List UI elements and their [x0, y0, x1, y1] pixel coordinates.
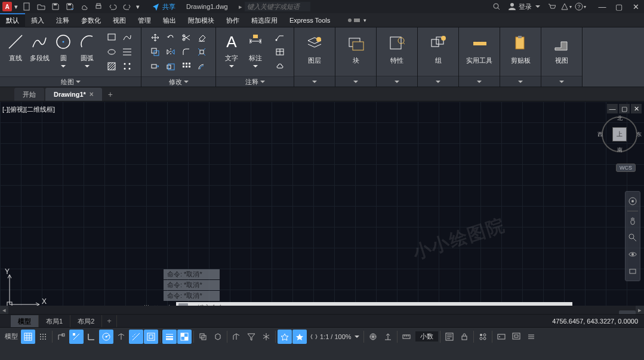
doc-minimize-button[interactable]: — [607, 104, 618, 113]
status-polar-icon[interactable] [99, 330, 113, 344]
tool-properties[interactable]: 特性 [380, 30, 414, 69]
status-dynamic-input-icon[interactable] [69, 330, 84, 344]
nav-zoom-icon[interactable] [627, 230, 639, 245]
status-infer-constraints-icon[interactable] [54, 330, 69, 344]
status-isometric-icon[interactable] [114, 330, 128, 344]
viewcube[interactable]: 北 南 东 西 上 [601, 116, 638, 153]
status-annotation-visibility-icon[interactable] [278, 330, 292, 344]
tool-hatch[interactable] [105, 60, 118, 73]
scroll-thumb[interactable] [619, 310, 636, 314]
viewport-controls[interactable]: [-][俯视][二维线框] [2, 105, 55, 114]
status-annotation-scale[interactable]: 1:1 / 100% [307, 330, 362, 344]
status-hardware-accel-icon[interactable] [494, 330, 509, 344]
drawing-area[interactable]: [-][俯视][二维线框] — ▢ ✕ 北 南 东 西 上 WCS 小小绘图院 … [0, 101, 644, 314]
layout-tab-2[interactable]: 布局2 [70, 315, 102, 327]
status-lock-ui-icon[interactable] [457, 330, 472, 344]
status-dynamic-ucs-icon[interactable] [229, 330, 244, 344]
tab-new-drawing[interactable]: + [103, 88, 118, 101]
layout-tab-model[interactable]: 模型 [11, 315, 39, 327]
status-isolate-icon[interactable] [476, 330, 490, 344]
tool-cloud[interactable] [273, 60, 286, 73]
status-workspace-icon[interactable] [366, 330, 380, 344]
tool-group[interactable]: 组 [421, 30, 455, 69]
tool-circle[interactable]: 圆 [51, 30, 75, 69]
search-input[interactable] [245, 2, 310, 11]
login-button[interactable]: 登录 [504, 2, 544, 11]
tool-leader[interactable] [273, 31, 286, 44]
qat-open-icon[interactable] [35, 1, 48, 12]
tab-express[interactable]: Express Tools [284, 13, 336, 27]
tab-manage[interactable]: 管理 [132, 13, 157, 27]
panel-utilities-title[interactable] [459, 76, 500, 87]
tool-arc[interactable]: 圆弧 [75, 30, 99, 69]
tool-polyline[interactable]: 多段线 [27, 30, 51, 64]
scroll-left-icon[interactable]: ◂ [0, 306, 8, 314]
status-osnap-tracking-icon[interactable] [129, 330, 143, 344]
qat-print-icon[interactable] [92, 1, 105, 12]
panel-draw-title[interactable]: 绘图 [0, 76, 141, 87]
tool-dimension[interactable]: 标注 [244, 30, 267, 69]
tool-move[interactable] [149, 31, 162, 44]
tab-collab[interactable]: 协作 [220, 13, 245, 27]
tool-explode[interactable] [195, 45, 208, 59]
tab-default[interactable]: 默认 [0, 13, 25, 27]
status-transparency-icon[interactable] [177, 330, 192, 344]
horizontal-scrollbar[interactable]: ◂ ▸ [0, 306, 644, 314]
tool-line[interactable]: 直线 [4, 30, 27, 64]
status-ortho-icon[interactable] [84, 330, 98, 344]
panel-view-title[interactable] [541, 76, 582, 87]
window-close-button[interactable]: ✕ [627, 0, 644, 13]
qat-customize-dropdown[interactable]: ▾ [135, 3, 141, 11]
search-icon[interactable] [490, 1, 503, 12]
share-button[interactable]: 共享 [147, 2, 180, 11]
status-lineweight-icon[interactable] [162, 330, 177, 344]
window-maximize-button[interactable]: ▢ [611, 0, 627, 13]
nav-orbit-icon[interactable] [627, 247, 639, 261]
tab-close-icon[interactable]: × [90, 88, 94, 101]
nav-wheel-icon[interactable] [627, 194, 639, 208]
status-osnap-icon[interactable] [144, 330, 158, 344]
tool-fillet[interactable] [180, 45, 193, 59]
help-icon[interactable]: ?▾ [574, 1, 587, 12]
status-customize-icon[interactable] [524, 330, 538, 344]
tool-construction-line[interactable] [121, 45, 134, 59]
doc-maximize-button[interactable]: ▢ [619, 104, 630, 113]
tool-scale[interactable] [164, 60, 177, 73]
tool-block[interactable]: 块 [339, 30, 372, 69]
tab-addins[interactable]: 附加模块 [182, 13, 220, 27]
tool-erase[interactable] [195, 31, 208, 44]
layout-tab-add[interactable]: + [102, 315, 117, 327]
qat-save-icon[interactable] [49, 1, 62, 12]
status-annotation-monitor-icon[interactable] [381, 330, 395, 344]
nav-showmotion-icon[interactable] [627, 264, 639, 278]
status-gizmo-icon[interactable] [259, 330, 273, 344]
tool-text[interactable]: A 文字 [220, 30, 244, 69]
tool-array[interactable] [180, 60, 193, 73]
status-snap-icon[interactable] [36, 330, 50, 344]
tool-offset[interactable] [195, 60, 208, 73]
qat-saveas-icon[interactable] [63, 1, 76, 12]
qat-cloud-icon[interactable] [78, 1, 91, 12]
tab-view[interactable]: 视图 [107, 13, 132, 27]
panel-block-title[interactable] [335, 76, 376, 87]
status-quick-properties-icon[interactable] [442, 330, 457, 344]
tool-copy[interactable] [149, 45, 162, 59]
tool-point[interactable] [121, 60, 134, 73]
status-3dosnap-icon[interactable] [211, 330, 225, 344]
tool-view[interactable]: 视图 [545, 30, 578, 69]
panel-clipboard-title[interactable] [500, 76, 541, 87]
tool-spline[interactable] [121, 31, 134, 44]
tool-layer-properties[interactable]: 图层 [298, 30, 331, 69]
tab-featured[interactable]: 精选应用 [245, 13, 284, 27]
layout-tab-1[interactable]: 布局1 [39, 315, 70, 327]
tool-rotate[interactable] [164, 31, 177, 44]
cart-icon[interactable] [545, 1, 558, 12]
panel-group-title[interactable] [418, 76, 458, 87]
scroll-right-icon[interactable]: ▸ [636, 306, 644, 314]
status-clean-screen-icon[interactable] [509, 330, 523, 344]
status-selection-cycling-icon[interactable] [196, 330, 210, 344]
tab-annotate[interactable]: 注释 [50, 13, 75, 27]
tab-insert[interactable]: 插入 [25, 13, 50, 27]
wcs-badge[interactable]: WCS [616, 164, 636, 172]
panel-properties-title[interactable] [377, 76, 417, 87]
